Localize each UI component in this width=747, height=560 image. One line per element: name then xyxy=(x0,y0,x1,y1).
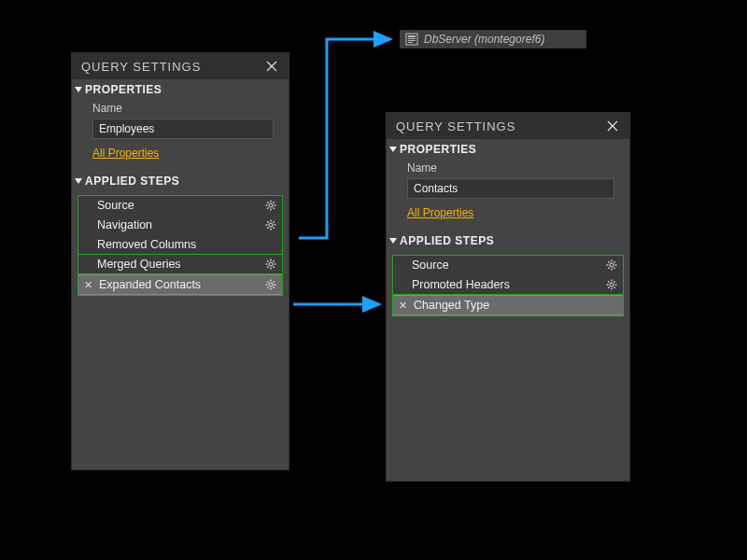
svg-rect-3 xyxy=(408,40,416,41)
chevron-down-icon xyxy=(75,87,82,92)
step-label: Promoted Headers xyxy=(412,278,510,291)
applied-steps-list: Source Navigation Removed Columns Merged… xyxy=(78,195,283,296)
all-properties-link[interactable]: All Properties xyxy=(407,206,473,219)
svg-line-15 xyxy=(267,207,268,208)
svg-rect-4 xyxy=(408,42,413,43)
step-item[interactable]: Source xyxy=(78,196,282,216)
svg-line-30 xyxy=(267,260,268,261)
step-label: Removed Columns xyxy=(97,238,196,251)
step-item[interactable]: Promoted Headers xyxy=(393,275,623,295)
svg-line-24 xyxy=(267,227,268,228)
svg-line-53 xyxy=(608,267,609,268)
svg-line-12 xyxy=(267,202,268,203)
svg-line-22 xyxy=(273,227,274,228)
step-label: Changed Type xyxy=(414,299,489,312)
gear-icon[interactable] xyxy=(606,279,617,290)
svg-line-33 xyxy=(267,266,268,267)
svg-point-45 xyxy=(610,263,613,267)
svg-line-61 xyxy=(613,281,614,282)
svg-line-31 xyxy=(273,266,274,267)
properties-header[interactable]: PROPERTIES xyxy=(387,139,629,160)
svg-line-62 xyxy=(608,287,609,287)
panel-title: QUERY SETTINGS xyxy=(396,119,515,133)
panel-empty-area xyxy=(72,301,289,469)
svg-line-50 xyxy=(608,261,609,262)
svg-line-40 xyxy=(273,287,274,287)
dbserver-label: DbServer (montegoref6) xyxy=(424,33,544,46)
svg-line-60 xyxy=(613,287,614,287)
svg-line-14 xyxy=(273,202,274,203)
svg-point-16 xyxy=(269,223,273,227)
properties-header-label: PROPERTIES xyxy=(85,83,162,96)
panel-header: QUERY SETTINGS xyxy=(387,113,629,139)
step-label: Source xyxy=(412,259,449,272)
svg-line-52 xyxy=(613,261,614,262)
delete-step-icon[interactable]: ✕ xyxy=(399,300,408,312)
step-item[interactable]: ✕Expanded Contacts xyxy=(78,274,282,295)
chevron-down-icon xyxy=(389,238,397,244)
step-label: Merged Queries xyxy=(97,258,181,271)
panel-title: QUERY SETTINGS xyxy=(81,60,201,74)
close-icon[interactable] xyxy=(605,119,620,133)
applied-steps-header-label: APPLIED STEPS xyxy=(85,175,179,188)
panel-empty-area xyxy=(387,322,629,481)
gear-icon[interactable] xyxy=(265,219,276,231)
arrow-to-contacts-panel xyxy=(289,295,392,316)
svg-rect-1 xyxy=(408,35,416,37)
chevron-down-icon xyxy=(75,178,82,184)
step-item[interactable]: Source xyxy=(393,256,623,275)
name-input[interactable] xyxy=(407,178,614,199)
svg-line-41 xyxy=(273,281,274,282)
gear-icon[interactable] xyxy=(265,200,276,211)
gear-icon[interactable] xyxy=(265,259,276,270)
svg-line-23 xyxy=(273,221,274,222)
all-properties-link[interactable]: All Properties xyxy=(92,147,159,160)
svg-rect-2 xyxy=(408,38,416,39)
svg-point-54 xyxy=(610,283,613,287)
svg-point-25 xyxy=(269,262,273,266)
applied-steps-list: Source Promoted Headers ✕Changed Type xyxy=(392,255,624,316)
applied-steps-header[interactable]: APPLIED STEPS xyxy=(387,231,629,251)
svg-line-21 xyxy=(267,221,268,222)
svg-line-51 xyxy=(613,267,614,268)
svg-point-34 xyxy=(269,283,273,287)
applied-steps-header-label: APPLIED STEPS xyxy=(400,234,494,247)
properties-header-label: PROPERTIES xyxy=(400,143,476,156)
step-item[interactable]: ✕Changed Type xyxy=(393,295,623,315)
gear-icon[interactable] xyxy=(265,279,276,290)
close-icon[interactable] xyxy=(264,59,279,74)
svg-line-59 xyxy=(608,281,609,282)
chevron-down-icon xyxy=(389,147,397,152)
step-item[interactable]: Removed Columns xyxy=(78,235,282,255)
step-item[interactable]: Navigation xyxy=(78,216,282,235)
gear-icon[interactable] xyxy=(606,259,617,271)
svg-point-7 xyxy=(269,203,273,207)
svg-line-32 xyxy=(273,260,274,261)
query-settings-panel-right: QUERY SETTINGS PROPERTIES Name All Prope… xyxy=(386,112,630,482)
svg-line-13 xyxy=(273,207,274,208)
panel-header: QUERY SETTINGS xyxy=(72,53,289,79)
name-label: Name xyxy=(81,100,279,119)
step-label: Expanded Contacts xyxy=(99,278,201,291)
name-input[interactable] xyxy=(92,119,274,139)
query-settings-panel-left: QUERY SETTINGS PROPERTIES Name All Prope… xyxy=(71,52,289,470)
step-label: Source xyxy=(97,199,134,212)
dbserver-chip[interactable]: DbServer (montegoref6) xyxy=(400,30,586,49)
properties-header[interactable]: PROPERTIES xyxy=(72,79,289,100)
svg-line-42 xyxy=(267,287,268,287)
step-item[interactable]: Merged Queries xyxy=(78,255,282,274)
delete-step-icon[interactable]: ✕ xyxy=(84,279,93,291)
svg-line-39 xyxy=(267,281,268,282)
database-icon xyxy=(405,33,418,46)
step-label: Navigation xyxy=(97,218,152,231)
name-label: Name xyxy=(396,160,620,178)
applied-steps-header[interactable]: APPLIED STEPS xyxy=(72,171,289,191)
